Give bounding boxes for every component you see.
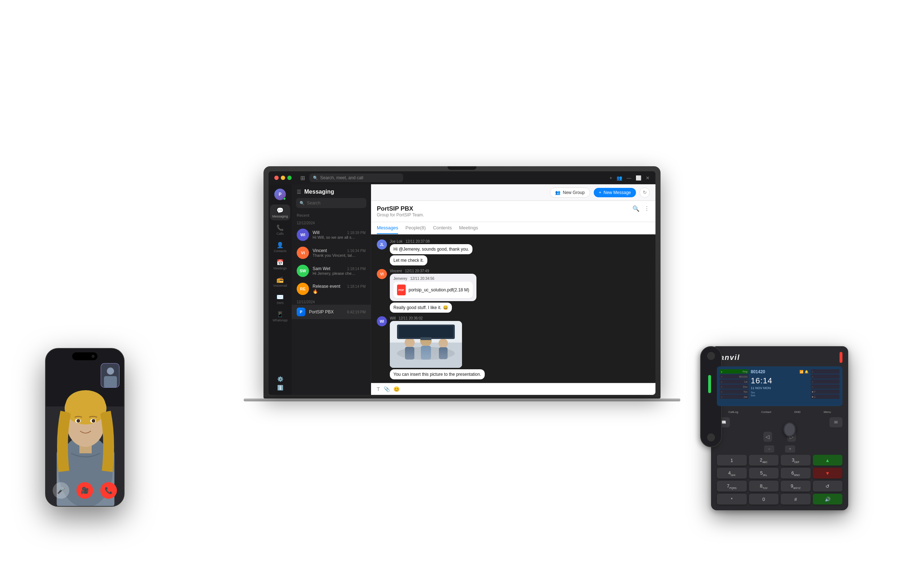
contact-item-will[interactable]: WI Will 1:18:39 PM Hi Will, so we are al…: [292, 226, 371, 244]
sidebar-item-voicemail[interactable]: 📻 Voicemail: [270, 274, 290, 290]
dynamic-island: [72, 352, 97, 360]
key-3[interactable]: 3DEF: [781, 455, 811, 466]
chat-tabs: Messages People(8) Contents Meetings: [371, 222, 656, 234]
key-answer[interactable]: ▲: [813, 455, 843, 466]
volume-up[interactable]: +: [785, 445, 795, 453]
emoji-icon[interactable]: 😊: [393, 386, 399, 392]
settings-icon[interactable]: ⚙️: [277, 376, 283, 382]
chat-input-area: T 📎 😊: [371, 383, 656, 395]
contact-preview-will: Hi Will, so we are all set?: [313, 235, 356, 239]
contact-info-samwet: Sam Wet 1:18:14 PM Hi Jemery, please che…: [313, 266, 366, 276]
svg-point-7: [439, 338, 448, 348]
softkeys: CallLog Contact DND Menu: [717, 410, 842, 414]
line-btn-1[interactable]: ●Fmy: [720, 369, 749, 374]
key-2[interactable]: 2ABC: [749, 455, 779, 466]
keypad: 1 2ABC 3DEF ▲ 4GHI 5JKL 6MNO ▼ 7PQRS 8TU…: [717, 455, 842, 504]
sidebar-item-meetings[interactable]: 📅 Meetings: [270, 256, 290, 272]
attachment-icon[interactable]: 📎: [384, 386, 390, 392]
refresh-button[interactable]: ↻: [640, 187, 650, 197]
add-icon[interactable]: +: [609, 175, 612, 180]
key-hash[interactable]: #: [781, 494, 811, 504]
sidebar-item-sms[interactable]: ✉️ SMS: [270, 291, 290, 307]
avatar-joelok: JL: [377, 239, 387, 250]
key-star[interactable]: *: [717, 494, 747, 504]
close-icon[interactable]: ✕: [646, 175, 650, 180]
sidebar-item-contacts[interactable]: 👤 Contacts: [270, 239, 290, 255]
chat-search-icon[interactable]: 🔍: [632, 205, 640, 212]
maximize-button[interactable]: [287, 176, 292, 180]
nav-left[interactable]: ◁: [763, 432, 772, 442]
desk-phone-time: 16:14: [751, 376, 809, 385]
sidebar-item-whatsapp[interactable]: 📱 WhatsApp: [270, 308, 290, 324]
key-8[interactable]: 8TUV: [749, 481, 779, 492]
chat-more-icon[interactable]: ⋮: [644, 205, 650, 212]
key-9[interactable]: 9WXYZ: [781, 481, 811, 492]
contact-panel: ☰ Messaging 🔍 Search Recent 12/12/2024: [292, 184, 371, 395]
line-btn-6[interactable]: ○Jae: [720, 395, 749, 399]
contact-item-samwet[interactable]: SW Sam Wet 1:18:14 PM Hi Jemery, please …: [292, 262, 371, 280]
line-btn-r3[interactable]: ○: [811, 379, 840, 384]
line-btn-r5[interactable]: ■ 7: [811, 390, 840, 394]
voicemail-icon: 📻: [276, 276, 284, 283]
softkey-dnd[interactable]: DND: [795, 410, 801, 414]
sidebar-item-messaging[interactable]: 💬 Messaging: [270, 205, 290, 220]
sms-icon: ✉️: [276, 293, 284, 300]
softkey-contact[interactable]: Contact: [761, 410, 771, 414]
close-button[interactable]: [274, 176, 279, 180]
people-icon[interactable]: 👥: [617, 175, 622, 180]
new-group-button[interactable]: 👥 New Group: [550, 187, 590, 197]
msg-bubble-2: Really good stuff. I like it. 😄: [390, 303, 452, 313]
sidebar-item-calls[interactable]: 📞 Calls: [270, 222, 290, 238]
key-7[interactable]: 7PQRS: [717, 481, 747, 492]
user-avatar[interactable]: P: [274, 189, 286, 200]
line-btn-4[interactable]: ○Dou: [720, 384, 749, 389]
new-group-label: New Group: [563, 190, 585, 195]
sidebar-contacts-label: Contacts: [274, 249, 287, 253]
line-btn-r2[interactable]: ○: [811, 374, 840, 379]
contact-item-release[interactable]: RE Release event 1:18:14 PM 🔥: [292, 280, 371, 298]
line-btn-r6[interactable]: ■ 1: [811, 395, 840, 399]
contact-item-vincent[interactable]: VI Vincent 1:16:34 PM Thank you Vincent,…: [292, 244, 371, 262]
tab-messages[interactable]: Messages: [377, 222, 398, 234]
end-call-button[interactable]: 📞: [100, 482, 117, 499]
line-btn-5[interactable]: ○Ton: [720, 390, 749, 394]
key-speaker[interactable]: 🔊: [813, 494, 843, 504]
avatar-samwet: SW: [297, 265, 309, 277]
menu-icon[interactable]: ☰: [297, 189, 301, 195]
line-btn-r1[interactable]: ○: [811, 369, 840, 374]
key-5[interactable]: 5JKL: [749, 468, 779, 479]
nav-ok[interactable]: [783, 422, 796, 437]
phone-body: 🎤 🎥 📞: [45, 348, 124, 507]
line-btn-2[interactable]: ○801420: [720, 374, 749, 379]
contact-search[interactable]: 🔍 Search: [296, 198, 366, 208]
screen-contact-1: Ton: [751, 391, 809, 394]
softkey-calllog[interactable]: CallLog: [729, 410, 738, 414]
tab-contents[interactable]: Contents: [433, 222, 452, 234]
message-button[interactable]: ✉: [829, 417, 842, 427]
contact-info-vincent: Vincent 1:16:34 PM Thank you Vincent, ta…: [313, 248, 366, 258]
key-6[interactable]: 6MNO: [781, 468, 811, 479]
restore-icon[interactable]: ⬜: [636, 175, 641, 180]
softkey-menu[interactable]: Menu: [824, 410, 831, 414]
contact-item-portsip[interactable]: P PortSIP PBX 6:42:19 PM: [292, 305, 371, 319]
text-format-icon[interactable]: T: [377, 386, 380, 392]
mute-button[interactable]: 🎤: [53, 482, 69, 499]
tab-people[interactable]: People(8): [405, 222, 426, 234]
key-1[interactable]: 1: [717, 455, 747, 466]
info-icon[interactable]: ℹ️: [277, 385, 283, 390]
line-btn-r4[interactable]: ○: [811, 384, 840, 389]
key-transfer[interactable]: ↺: [813, 481, 843, 492]
key-4[interactable]: 4GHI: [717, 468, 747, 479]
minimize-icon[interactable]: —: [627, 175, 631, 180]
key-hangup[interactable]: ▼: [813, 468, 843, 479]
global-search-bar[interactable]: 🔍 Search, meet, and call: [309, 174, 403, 182]
new-group-icon: 👥: [555, 190, 561, 195]
volume-down[interactable]: −: [764, 445, 774, 453]
tab-meetings[interactable]: Meetings: [459, 222, 478, 234]
screen-status-icons: 📶 🔔: [800, 370, 809, 374]
key-0[interactable]: 0: [749, 494, 779, 504]
line-btn-3[interactable]: ○Lia: [720, 379, 749, 384]
minimize-button[interactable]: [281, 176, 285, 180]
new-message-button[interactable]: + New Message: [594, 187, 636, 197]
end-video-button[interactable]: 🎥: [76, 482, 93, 499]
